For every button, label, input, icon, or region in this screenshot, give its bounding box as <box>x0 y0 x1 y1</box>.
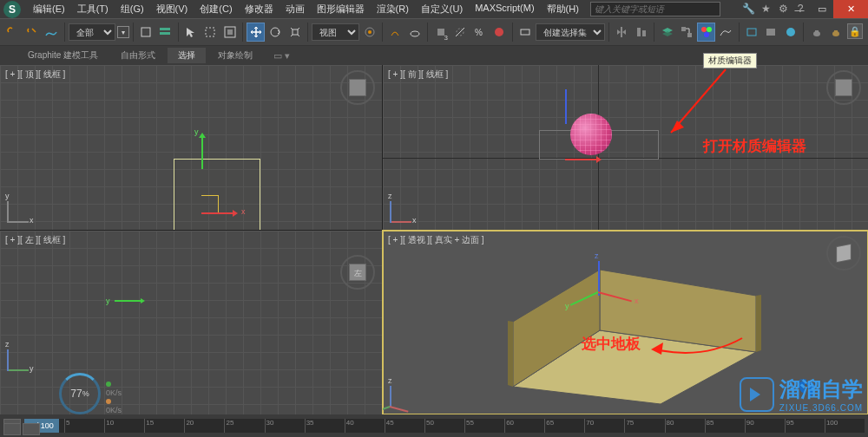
render-setup-icon[interactable] <box>743 23 761 42</box>
timeline[interactable]: 0 / 100 0 5 10 15 20 25 30 35 40 45 50 5… <box>24 419 865 433</box>
viewport-left-label: [ + ][ 左 ][ 线框 ] <box>5 234 65 246</box>
annotation-arrow-1 <box>658 65 736 143</box>
app-logo[interactable]: S <box>3 1 21 18</box>
menu-animation[interactable]: 动画 <box>280 1 310 17</box>
axis-x-label: x <box>241 207 246 216</box>
ribbon-tab-freeform[interactable]: 自由形式 <box>110 48 166 63</box>
svg-text:%: % <box>475 28 483 37</box>
window-crossing-icon[interactable] <box>221 23 240 42</box>
keyboard-icon[interactable] <box>406 23 424 42</box>
rotate-icon[interactable] <box>266 23 285 42</box>
watermark-url: ZIXUE.3D66.COM <box>779 403 863 413</box>
teapot1-icon[interactable] <box>807 23 825 42</box>
prompt-icon[interactable] <box>23 423 40 435</box>
maximize-button[interactable]: ▭ <box>811 0 833 18</box>
align-icon[interactable] <box>633 23 651 42</box>
move-icon[interactable] <box>247 23 265 42</box>
search-input[interactable] <box>590 2 720 16</box>
annotation-arrow-2 <box>642 334 746 369</box>
svg-rect-19 <box>687 33 692 37</box>
viewcube-persp[interactable] <box>826 236 861 271</box>
viewcube-left[interactable]: 左 <box>340 255 375 290</box>
menu-rendering[interactable]: 渲染(R) <box>372 1 414 17</box>
menu-modifiers[interactable]: 修改器 <box>240 1 279 17</box>
unlink-icon[interactable] <box>23 23 42 42</box>
menu-group[interactable]: 组(G) <box>115 1 149 17</box>
menu-edit[interactable]: 编辑(E) <box>28 1 70 17</box>
main-menu: 编辑(E) 工具(T) 组(G) 视图(V) 创建(C) 修改器 动画 图形编辑… <box>28 1 584 17</box>
svg-marker-35 <box>756 295 761 352</box>
connect-icon[interactable]: 🔧 <box>741 2 755 16</box>
ribbon-tab-selection[interactable]: 选择 <box>168 48 206 63</box>
scale-icon[interactable] <box>286 23 304 42</box>
named-selection-dropdown[interactable]: 创建选择集 <box>536 23 605 41</box>
viewcube-top[interactable] <box>340 70 375 105</box>
svg-rect-5 <box>227 29 233 35</box>
menu-help[interactable]: 帮助(H) <box>542 1 584 17</box>
svg-rect-7 <box>293 29 298 35</box>
ribbon-tab-graphite[interactable]: Graphite 建模工具 <box>17 48 108 63</box>
layers-icon[interactable] <box>658 23 676 42</box>
curve-editor-icon[interactable] <box>717 23 735 42</box>
ribbon-expand-icon[interactable]: ▭ ▾ <box>273 50 290 62</box>
menu-graph-editors[interactable]: 图形编辑器 <box>312 1 370 17</box>
svg-rect-0 <box>141 28 150 36</box>
svg-rect-11 <box>437 29 444 36</box>
viewport-top-label: [ + ][ 顶 ][ 线框 ] <box>5 68 65 81</box>
box-object-top[interactable] <box>174 159 260 230</box>
svg-rect-1 <box>160 28 170 30</box>
teapot2-icon[interactable] <box>827 23 845 42</box>
edit-selection-icon[interactable] <box>516 23 535 42</box>
select-object-icon[interactable] <box>136 23 155 42</box>
select-region-icon[interactable] <box>201 23 220 42</box>
use-center-icon[interactable] <box>361 23 379 42</box>
svg-rect-2 <box>160 32 170 35</box>
mirror-icon[interactable] <box>613 23 631 42</box>
schematic-icon[interactable] <box>678 23 696 42</box>
render-frame-icon[interactable] <box>762 23 780 42</box>
viewport-top[interactable]: [ + ][ 顶 ][ 线框 ] x y x y <box>0 65 382 230</box>
render-prod-icon[interactable] <box>782 23 800 42</box>
star-icon[interactable]: ★ <box>759 2 773 16</box>
svg-rect-29 <box>834 30 838 32</box>
viewport-left[interactable]: [ + ][ 左 ][ 线框 ] 左 y y z 77% 0K/s 0K/s <box>0 231 382 414</box>
svg-marker-34 <box>508 321 513 387</box>
svg-marker-37 <box>671 121 684 133</box>
selection-filter-dropdown[interactable]: 全部 <box>69 23 116 41</box>
annotation-select-floor: 选中地板 <box>582 334 641 354</box>
snap-2d-icon[interactable]: 3 <box>431 23 450 42</box>
material-editor-tooltip: 材质编辑器 <box>703 53 757 68</box>
menu-maxscript[interactable]: MAXScript(M) <box>470 1 539 17</box>
angle-snap-icon[interactable] <box>451 23 470 42</box>
annotation-open-material: 打开材质编辑器 <box>703 136 806 156</box>
menu-create[interactable]: 创建(C) <box>194 1 237 17</box>
cursor-icon[interactable] <box>182 23 201 42</box>
minimize-button[interactable]: — <box>788 0 811 18</box>
lock-ui-icon[interactable]: 🔒 <box>847 23 863 39</box>
bind-icon[interactable] <box>43 23 61 42</box>
viewcube-front[interactable] <box>826 70 861 105</box>
viewport-persp-label: [ + ][ 透视 ][ 真实 + 边面 ] <box>388 234 484 246</box>
performance-indicator: 77% 0K/s 0K/s <box>59 373 101 414</box>
spinner-snap-icon[interactable] <box>490 23 509 42</box>
svg-rect-3 <box>206 28 214 36</box>
mini-axis-top: x y <box>7 197 33 223</box>
timeline-bar: 0 / 100 0 5 10 15 20 25 30 35 40 45 50 5… <box>0 414 868 437</box>
script-listener-icon[interactable] <box>3 423 21 435</box>
material-editor-icon[interactable] <box>697 23 715 42</box>
menu-customize[interactable]: 自定义(U) <box>416 1 468 17</box>
menu-tools[interactable]: 工具(T) <box>72 1 114 17</box>
filter-list-icon[interactable]: ▾ <box>117 26 128 38</box>
percent-snap-icon[interactable]: % <box>470 23 489 42</box>
link-icon[interactable] <box>3 23 22 42</box>
sphere-object[interactable] <box>570 114 612 155</box>
svg-point-21 <box>707 27 712 32</box>
menu-view[interactable]: 视图(V) <box>151 1 194 17</box>
ribbon-tab-object-paint[interactable]: 对象绘制 <box>207 48 263 63</box>
select-name-icon[interactable] <box>156 23 174 42</box>
window-controls: — ▭ ✕ <box>788 0 868 18</box>
svg-rect-18 <box>681 27 686 31</box>
close-button[interactable]: ✕ <box>833 0 868 18</box>
ref-coord-dropdown[interactable]: 视图 <box>312 23 359 41</box>
manipulate-icon[interactable] <box>386 23 404 42</box>
